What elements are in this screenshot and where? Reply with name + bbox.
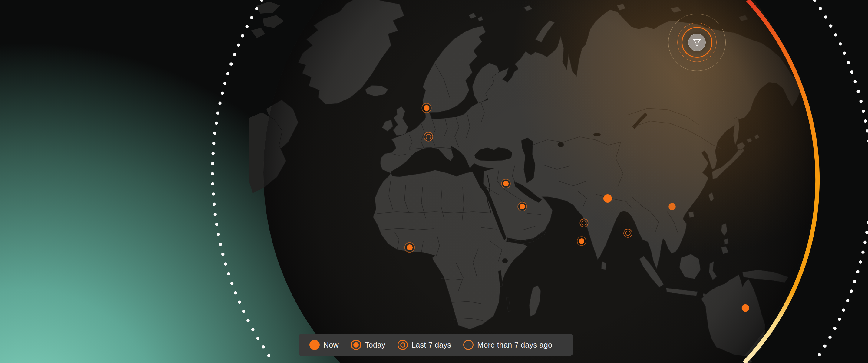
map-marker-iraq[interactable] (501, 179, 510, 188)
funnel-icon (692, 37, 702, 47)
filter-button[interactable] (688, 34, 706, 51)
map-marker-india-west-coast[interactable] (580, 219, 588, 227)
legend-now-icon (309, 340, 320, 350)
map-marker-west-africa[interactable] (405, 242, 415, 253)
legend-item-last7: Last 7 days (398, 340, 451, 350)
world-activity-stage: NowTodayLast 7 daysMore than 7 days ago (0, 0, 868, 363)
map-marker-northern-europe[interactable] (422, 103, 431, 113)
globe-lit-layer (249, 0, 814, 363)
map-marker-north-india[interactable] (603, 194, 612, 203)
legend-item-now: Now (309, 340, 339, 350)
legend-item-more7: More than 7 days ago (463, 340, 552, 350)
legend-item-today: Today (351, 340, 385, 350)
time-legend: NowTodayLast 7 daysMore than 7 days ago (299, 334, 573, 356)
legend-label-now: Now (323, 341, 339, 350)
legend-today-icon (351, 340, 361, 350)
map-marker-central-europe[interactable] (424, 132, 433, 141)
map-marker-south-china[interactable] (669, 203, 676, 210)
legend-last7-icon (398, 340, 408, 350)
legend-more7-icon (463, 340, 473, 350)
legend-label-today: Today (365, 341, 385, 350)
legend-label-last7: Last 7 days (411, 341, 451, 350)
map-marker-australia[interactable] (742, 304, 749, 312)
map-marker-bay-of-bengal[interactable] (624, 229, 632, 237)
legend-label-more7: More than 7 days ago (477, 341, 552, 350)
map-marker-saudi-arabia[interactable] (518, 202, 526, 211)
dotted-orbit-right (814, 0, 868, 363)
globe-world-map (0, 0, 868, 363)
map-marker-south-india[interactable] (577, 236, 586, 245)
